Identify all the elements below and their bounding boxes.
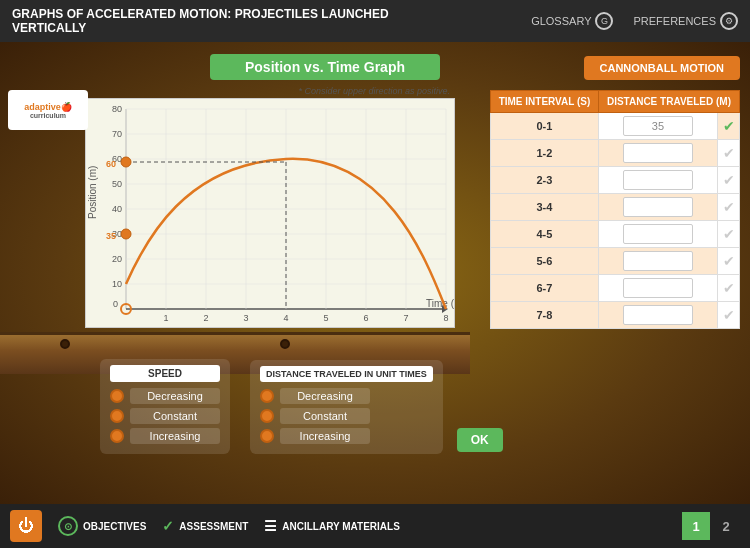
- speed-label-constant: Constant: [130, 408, 220, 424]
- svg-text:3: 3: [243, 313, 248, 323]
- distance-input-cell[interactable]: [598, 140, 717, 167]
- glossary-button[interactable]: GLOSSARY G: [531, 12, 613, 30]
- distance-input-cell[interactable]: [598, 113, 717, 140]
- ok-button[interactable]: OK: [457, 428, 503, 452]
- distance-input-cell[interactable]: [598, 248, 717, 275]
- power-button[interactable]: ⏻: [10, 510, 42, 542]
- svg-text:35: 35: [106, 231, 116, 241]
- right-panel: CANNONBALL MOTION TIME INTERVAL (s) DIST…: [480, 42, 750, 504]
- distance-input[interactable]: [623, 305, 693, 325]
- svg-text:60: 60: [106, 159, 116, 169]
- distance-option-decreasing[interactable]: Decreasing: [260, 388, 433, 404]
- check-cell: ✔: [718, 275, 740, 302]
- assessment-nav[interactable]: ✓ ASSESSMENT: [162, 518, 248, 534]
- distance-option-increasing[interactable]: Increasing: [260, 428, 433, 444]
- table-row: 1-2✔: [491, 140, 740, 167]
- speed-radio-decreasing[interactable]: [110, 389, 124, 403]
- table-row: 3-4✔: [491, 194, 740, 221]
- table-row: 4-5✔: [491, 221, 740, 248]
- svg-point-39: [121, 229, 131, 239]
- main-area: adaptive🍎 curriculum Position vs. Time G…: [0, 42, 750, 504]
- check-icon-empty: ✔: [723, 226, 735, 242]
- svg-text:8: 8: [443, 313, 448, 323]
- interval-cell: 2-3: [491, 167, 599, 194]
- glossary-icon: G: [595, 12, 613, 30]
- distance-input-cell[interactable]: [598, 275, 717, 302]
- check-icon-empty: ✔: [723, 172, 735, 188]
- speed-option-increasing[interactable]: Increasing: [110, 428, 220, 444]
- svg-text:6: 6: [363, 313, 368, 323]
- check-cell: ✔: [718, 221, 740, 248]
- speed-option-constant[interactable]: Constant: [110, 408, 220, 424]
- distance-input[interactable]: [623, 143, 693, 163]
- distance-input-cell[interactable]: [598, 194, 717, 221]
- glossary-label: GLOSSARY: [531, 15, 591, 27]
- speed-radio-constant[interactable]: [110, 409, 124, 423]
- speed-label-decreasing: Decreasing: [130, 388, 220, 404]
- logo-bottom: curriculum: [30, 112, 66, 119]
- svg-text:7: 7: [403, 313, 408, 323]
- interval-cell: 7-8: [491, 302, 599, 329]
- col-distance-header: DISTANCE TRAVELED (m): [598, 91, 739, 113]
- page-1-button[interactable]: 1: [682, 512, 710, 540]
- interval-cell: 0-1: [491, 113, 599, 140]
- check-cell: ✔: [718, 194, 740, 221]
- graph-area: 80 70 60 50 40 30 20 10 1 2 3 4 5 6 7 8 …: [85, 98, 455, 332]
- distance-label-decreasing: Decreasing: [280, 388, 370, 404]
- distance-input[interactable]: [623, 170, 693, 190]
- distance-input[interactable]: [623, 251, 693, 271]
- interval-cell: 5-6: [491, 248, 599, 275]
- page-2-button[interactable]: 2: [712, 512, 740, 540]
- speed-title: SPEED: [110, 365, 220, 382]
- distance-input[interactable]: [623, 116, 693, 136]
- distance-input[interactable]: [623, 224, 693, 244]
- distance-input[interactable]: [623, 278, 693, 298]
- assessment-check-icon: ✓: [162, 518, 174, 534]
- svg-text:0: 0: [113, 299, 118, 309]
- distance-option-constant[interactable]: Constant: [260, 408, 433, 424]
- speed-quiz-box: SPEED Decreasing Constant Increasing: [100, 359, 230, 454]
- ancillary-nav[interactable]: ☰ ANCILLARY MATERIALS: [264, 518, 400, 534]
- speed-radio-increasing[interactable]: [110, 429, 124, 443]
- top-bar-actions: GLOSSARY G PREFERENCES ⚙: [531, 12, 738, 30]
- top-bar: GRAPHS OF ACCELERATED MOTION: PROJECTILE…: [0, 0, 750, 42]
- objectives-nav[interactable]: ⊙ OBJECTIVES: [58, 516, 146, 536]
- distance-radio-constant[interactable]: [260, 409, 274, 423]
- table-row: 2-3✔: [491, 167, 740, 194]
- speed-option-decreasing[interactable]: Decreasing: [110, 388, 220, 404]
- cannonball-button[interactable]: CANNONBALL MOTION: [584, 56, 740, 80]
- preferences-label: PREFERENCES: [633, 15, 716, 27]
- quiz-area: SPEED Decreasing Constant Increasing DIS…: [100, 359, 503, 454]
- svg-text:40: 40: [112, 204, 122, 214]
- svg-text:70: 70: [112, 129, 122, 139]
- distance-input-cell[interactable]: [598, 221, 717, 248]
- distance-input-cell[interactable]: [598, 302, 717, 329]
- check-cell: ✔: [718, 113, 740, 140]
- interval-cell: 3-4: [491, 194, 599, 221]
- svg-text:80: 80: [112, 104, 122, 114]
- distance-radio-increasing[interactable]: [260, 429, 274, 443]
- table-row: 7-8✔: [491, 302, 740, 329]
- check-cell: ✔: [718, 140, 740, 167]
- graph-note: * Consider upper direction as positive.: [90, 86, 450, 96]
- distance-label-increasing: Increasing: [280, 428, 370, 444]
- interval-cell: 4-5: [491, 221, 599, 248]
- objectives-icon: ⊙: [58, 516, 78, 536]
- distance-label-constant: Constant: [280, 408, 370, 424]
- bottom-left: ⏻ ⊙ OBJECTIVES ✓ ASSESSMENT ☰ ANCILLARY …: [10, 510, 400, 542]
- distance-input[interactable]: [623, 197, 693, 217]
- check-icon-empty: ✔: [723, 145, 735, 161]
- ancillary-label: ANCILLARY MATERIALS: [282, 521, 400, 532]
- ancillary-icon: ☰: [264, 518, 277, 534]
- distance-radio-decreasing[interactable]: [260, 389, 274, 403]
- data-table: TIME INTERVAL (s) DISTANCE TRAVELED (m) …: [490, 90, 740, 329]
- page-numbers: 1 2: [682, 512, 740, 540]
- interval-cell: 1-2: [491, 140, 599, 167]
- distance-quiz-box: DISTANCE TRAVELED IN UNIT TIMES Decreasi…: [250, 360, 443, 454]
- svg-text:1: 1: [163, 313, 168, 323]
- distance-input-cell[interactable]: [598, 167, 717, 194]
- bottom-bar: ⏻ ⊙ OBJECTIVES ✓ ASSESSMENT ☰ ANCILLARY …: [0, 504, 750, 548]
- preferences-button[interactable]: PREFERENCES ⚙: [633, 12, 738, 30]
- table-row: 5-6✔: [491, 248, 740, 275]
- col-interval-header: TIME INTERVAL (s): [491, 91, 599, 113]
